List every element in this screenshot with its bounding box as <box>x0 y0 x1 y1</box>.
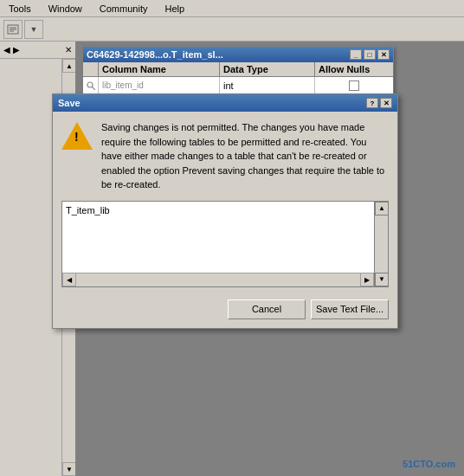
toolbar-button-1[interactable] <box>3 20 23 39</box>
table-column-headers: Column Name Data Type Allow Nulls <box>83 62 393 77</box>
textarea-scroll-up[interactable]: ▲ <box>375 202 389 215</box>
table-row[interactable]: lib_item_id int <box>83 77 393 94</box>
dialog-message-area: ! Saving changes is not permitted. The c… <box>61 120 389 192</box>
save-text-file-button[interactable]: Save Text File... <box>311 299 389 319</box>
dialog-textarea-container: T_item_lib ▲ ▼ ◀ ▶ <box>61 201 389 287</box>
table-close-button[interactable]: ✕ <box>377 49 390 60</box>
svg-line-5 <box>92 87 95 90</box>
dialog-titlebar: Save ? ✕ <box>53 94 397 112</box>
key-icon <box>87 81 95 90</box>
table-maximize-button[interactable]: □ <box>364 49 376 60</box>
svg-point-4 <box>87 82 93 87</box>
dialog-message-text: Saving changes is not permitted. The cha… <box>101 120 389 192</box>
table-titlebar: C64629-142998...o.T_item_sl... _ □ ✕ <box>83 47 393 62</box>
table-titlebar-buttons: _ □ ✕ <box>350 49 390 60</box>
menu-window[interactable]: Window <box>43 2 87 16</box>
row-1-name: lib_item_id <box>99 77 220 93</box>
left-panel-header: ◀ ▶ ✕ <box>0 42 75 59</box>
cancel-button[interactable]: Cancel <box>228 299 306 319</box>
warning-icon-container: ! <box>61 122 93 153</box>
col-name-header: Column Name <box>99 62 220 76</box>
row-1-nulls-checkbox[interactable] <box>349 80 359 91</box>
toolbar-icon-1 <box>7 23 19 35</box>
col-nulls-header: Allow Nulls <box>315 62 393 76</box>
dialog-textarea[interactable]: T_item_lib <box>66 205 371 283</box>
textarea-scroll-thumb <box>375 215 388 273</box>
scrollbar-down-arrow[interactable]: ▼ <box>62 462 75 476</box>
save-dialog: Save ? ✕ ! Saving changes is not permitt… <box>52 93 398 329</box>
dialog-titlebar-buttons: ? ✕ <box>366 98 392 108</box>
menu-help[interactable]: Help <box>159 2 190 16</box>
textarea-vertical-scrollbar[interactable]: ▲ ▼ <box>374 202 388 286</box>
col-indicator-header <box>83 62 99 76</box>
textarea-scroll-down[interactable]: ▼ <box>375 273 389 286</box>
textarea-scroll-left[interactable]: ◀ <box>62 273 76 286</box>
table-minimize-button[interactable]: _ <box>350 49 362 60</box>
row-1-indicator <box>83 77 99 93</box>
dialog-close-button[interactable]: ✕ <box>380 98 392 108</box>
scrollbar-up-arrow[interactable]: ▲ <box>62 59 75 73</box>
menu-community[interactable]: Community <box>94 2 153 16</box>
menu-tools[interactable]: Tools <box>3 2 36 16</box>
row-1-nulls[interactable] <box>315 77 393 93</box>
dialog-buttons: Cancel Save Text File... <box>61 296 389 319</box>
warning-exclaim-mark: ! <box>74 131 79 143</box>
workspace: ◀ ▶ ✕ ▲ ▼ C64629-142998...o.T_item_sl...… <box>0 42 464 476</box>
row-1-datatype: int <box>220 77 315 93</box>
col-datatype-header: Data Type <box>220 62 315 76</box>
dialog-body: ! Saving changes is not permitted. The c… <box>53 112 397 328</box>
dialog-question-button[interactable]: ? <box>366 98 378 108</box>
dialog-title: Save <box>58 98 366 108</box>
table-title: C64629-142998...o.T_item_sl... <box>87 49 350 60</box>
textarea-scroll-right[interactable]: ▶ <box>360 273 374 286</box>
menubar: Tools Window Community Help <box>0 0 464 17</box>
toolbar-button-2[interactable]: ▼ <box>24 20 43 39</box>
textarea-horizontal-scrollbar[interactable]: ◀ ▶ <box>62 273 374 286</box>
toolbar: ▼ <box>0 17 464 42</box>
watermark: 51CTO.com <box>403 459 455 469</box>
